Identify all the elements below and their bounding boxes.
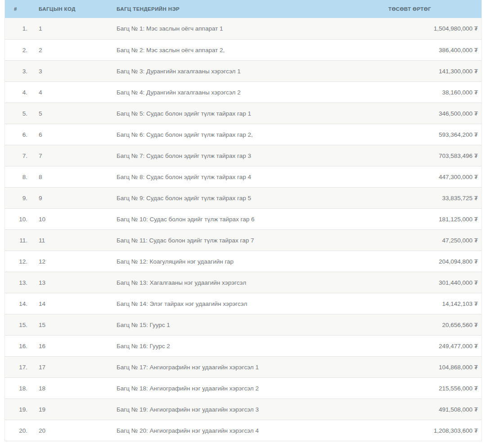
row-tender-name: Багц № 1: Мэс заслын оёгч аппарат 1 [113, 25, 384, 32]
table-row: 12. 12 Багц № 12: Коагуляцийн нэг удааги… [5, 251, 482, 272]
row-index: 14. [5, 300, 30, 307]
row-package-code: 2 [30, 47, 113, 54]
row-index: 20. [5, 427, 30, 434]
row-package-code: 3 [30, 68, 113, 75]
row-budget-cost: 104,868,000 ₮ [384, 364, 482, 371]
row-budget-cost: 491,508,000 ₮ [384, 406, 482, 413]
table-row: 7. 7 Багц № 7: Судас болон эдийг түлж та… [5, 145, 482, 166]
row-tender-name: Багц № 16: Гуурс 2 [113, 343, 384, 349]
table-body: 1. 1 Багц № 1: Мэс заслын оёгч аппарат 1… [5, 18, 482, 441]
row-tender-name: Багц № 15: Гуурс 1 [113, 322, 384, 328]
row-budget-cost: 204,094,800 ₮ [384, 258, 482, 265]
table-row: 6. 6 Багц № 6: Судас болон эдийг түлж та… [5, 124, 482, 145]
table-row: 11. 11 Багц № 11: Судас болон эдийг түлж… [5, 229, 482, 251]
row-package-code: 19 [30, 406, 113, 413]
row-budget-cost: 33,835,725 ₮ [384, 195, 482, 202]
row-budget-cost: 249,477,000 ₮ [384, 343, 482, 349]
row-package-code: 1 [30, 25, 113, 32]
row-package-code: 20 [30, 427, 113, 434]
row-tender-name: Багц № 19: Ангиографийн нэг удаагийн хэр… [113, 406, 384, 413]
row-budget-cost: 301,440,000 ₮ [384, 279, 482, 286]
row-budget-cost: 1,208,303,600 ₮ [384, 427, 482, 434]
row-package-code: 12 [30, 258, 113, 265]
row-package-code: 18 [30, 385, 113, 392]
row-budget-cost: 141,300,000 ₮ [384, 68, 482, 75]
row-package-code: 8 [30, 174, 113, 180]
row-budget-cost: 386,400,000 ₮ [384, 47, 482, 54]
table-row: 15. 15 Багц № 15: Гуурс 1 20,656,560 ₮ [5, 314, 482, 335]
table-row: 9. 9 Багц № 9: Судас болон эдийг түлж та… [5, 187, 482, 208]
column-header-index: # [5, 6, 30, 12]
table-row: 13. 13 Багц № 13: Хагалгааны нэг удаагий… [5, 272, 482, 293]
table-row: 16. 16 Багц № 16: Гуурс 2 249,477,000 ₮ [5, 335, 482, 356]
table-row: 14. 14 Багц № 14: Элэг тайрах нэг удааги… [5, 293, 482, 314]
row-tender-name: Багц № 5: Судас болон эдийг түлж тайрах … [113, 110, 384, 117]
row-index: 6. [5, 131, 30, 138]
row-index: 18. [5, 385, 30, 392]
row-package-code: 11 [30, 237, 113, 244]
row-index: 9. [5, 195, 30, 202]
row-budget-cost: 181,125,000 ₮ [384, 216, 482, 223]
table-row: 1. 1 Багц № 1: Мэс заслын оёгч аппарат 1… [5, 18, 482, 39]
table-row: 2. 2 Багц № 2: Мэс заслын оёгч аппарат 2… [5, 39, 482, 60]
table-row: 10. 10 Багц № 10: Судас болон эдийг түлж… [5, 208, 482, 229]
row-index: 8. [5, 174, 30, 180]
row-tender-name: Багц № 11: Судас болон эдийг түлж тайрах… [113, 237, 384, 244]
row-package-code: 17 [30, 364, 113, 371]
row-index: 19. [5, 406, 30, 413]
row-tender-name: Багц № 10: Судас болон эдийг түлж тайрах… [113, 216, 384, 223]
table-row: 20. 20 Багц № 20: Ангиографийн нэг удааг… [5, 420, 482, 441]
row-index: 7. [5, 152, 30, 159]
row-index: 15. [5, 322, 30, 328]
column-header-package-code: БАГЦЫН КОД [30, 6, 113, 12]
table-row: 8. 8 Багц № 8: Судас болон эдийг түлж та… [5, 166, 482, 187]
row-index: 10. [5, 216, 30, 223]
row-package-code: 14 [30, 300, 113, 307]
row-tender-name: Багц № 8: Судас болон эдийг түлж тайрах … [113, 174, 384, 180]
table-row: 4. 4 Багц № 4: Дурангийн хагалгааны хэрэ… [5, 81, 482, 103]
row-tender-name: Багц № 7: Судас болон эдийг түлж тайрах … [113, 152, 384, 159]
row-index: 2. [5, 47, 30, 54]
row-index: 17. [5, 364, 30, 371]
row-package-code: 5 [30, 110, 113, 117]
row-index: 12. [5, 258, 30, 265]
row-tender-name: Багц № 20: Ангиографийн нэг удаагийн хэр… [113, 427, 384, 434]
row-index: 3. [5, 68, 30, 75]
row-package-code: 4 [30, 89, 113, 96]
row-package-code: 10 [30, 216, 113, 223]
tender-package-table: # БАГЦЫН КОД БАГЦ ТЕНДЕРИЙН НЭР ТӨСӨВТ Ө… [4, 0, 482, 441]
row-tender-name: Багц № 18: Ангиографийн нэг удаагийн хэр… [113, 385, 384, 392]
row-budget-cost: 38,160,000 ₮ [384, 89, 482, 96]
row-tender-name: Багц № 9: Судас болон эдийг түлж тайрах … [113, 195, 384, 202]
row-package-code: 13 [30, 279, 113, 286]
row-index: 1. [5, 25, 30, 32]
row-budget-cost: 47,250,000 ₮ [384, 237, 482, 244]
table-row: 17. 17 Багц № 17: Ангиографийн нэг удааг… [5, 356, 482, 377]
row-tender-name: Багц № 6: Судас болон эдийг түлж тайрах … [113, 131, 384, 138]
row-tender-name: Багц № 2: Мэс заслын оёгч аппарат 2, [113, 47, 384, 54]
row-index: 11. [5, 237, 30, 244]
row-index: 4. [5, 89, 30, 96]
row-budget-cost: 215,556,000 ₮ [384, 385, 482, 392]
table-row: 3. 3 Багц № 3: Дурангийн хагалгааны хэрэ… [5, 60, 482, 81]
row-index: 5. [5, 110, 30, 117]
row-tender-name: Багц № 3: Дурангийн хагалгааны хэрэгсэл … [113, 68, 384, 75]
row-budget-cost: 346,500,000 ₮ [384, 110, 482, 117]
row-budget-cost: 703,583,496 ₮ [384, 152, 482, 159]
row-tender-name: Багц № 14: Элэг тайрах нэг удаагийн хэрэ… [113, 300, 384, 307]
row-tender-name: Багц № 4: Дурангийн хагалгааны хэрэгсэл … [113, 89, 384, 96]
row-package-code: 15 [30, 322, 113, 328]
row-index: 13. [5, 279, 30, 286]
row-budget-cost: 593,364,200 ₮ [384, 131, 482, 138]
row-budget-cost: 447,300,000 ₮ [384, 174, 482, 180]
table-row: 5. 5 Багц № 5: Судас болон эдийг түлж та… [5, 103, 482, 124]
row-index: 16. [5, 343, 30, 349]
row-tender-name: Багц № 12: Коагуляцийн нэг удаагийн гар [113, 258, 384, 265]
row-package-code: 9 [30, 195, 113, 202]
row-tender-name: Багц № 13: Хагалгааны нэг удаагийн хэрэг… [113, 279, 384, 286]
row-tender-name: Багц № 17: Ангиографийн нэг удаагийн хэр… [113, 364, 384, 371]
column-header-tender-name: БАГЦ ТЕНДЕРИЙН НЭР [113, 6, 384, 12]
row-budget-cost: 1,504,980,000 ₮ [384, 25, 482, 32]
row-budget-cost: 14,142,103 ₮ [384, 300, 482, 307]
row-package-code: 7 [30, 152, 113, 159]
